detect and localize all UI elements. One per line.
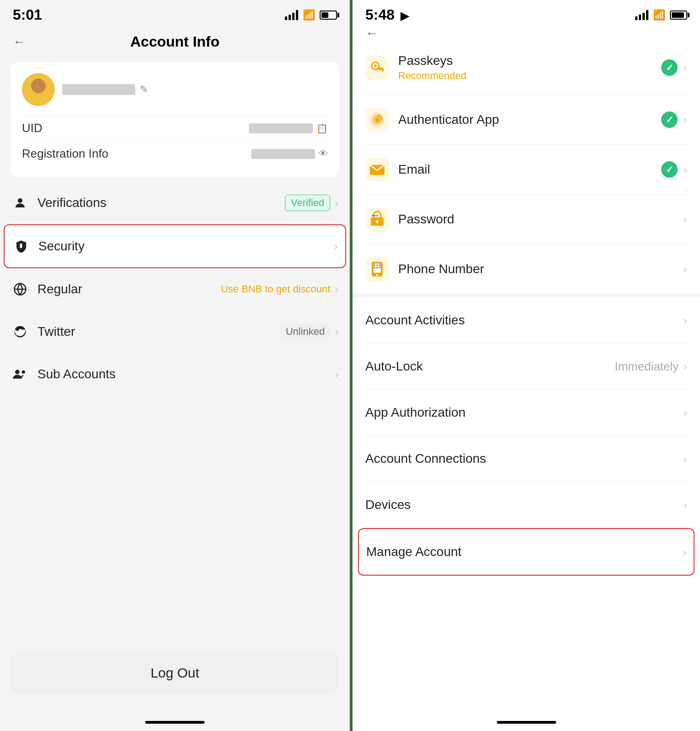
email-icon bbox=[365, 158, 389, 181]
passkeys-sub: Recommended bbox=[398, 70, 466, 82]
menu-item-auto-lock[interactable]: Auto-Lock Immediately › bbox=[365, 344, 687, 390]
check-icon: ✓ bbox=[661, 111, 678, 128]
menu-item-security[interactable]: Security › bbox=[4, 224, 346, 268]
chevron-icon: › bbox=[683, 113, 687, 127]
svg-rect-29 bbox=[376, 267, 378, 268]
phone-label: Phone Number bbox=[398, 262, 484, 276]
username-area: ✎ bbox=[62, 84, 328, 95]
chevron-icon: › bbox=[683, 61, 687, 75]
location-icon: ▶ bbox=[400, 10, 409, 22]
regular-label: Regular bbox=[37, 282, 82, 297]
manage-account-label: Manage Account bbox=[366, 545, 462, 559]
chevron-icon: › bbox=[683, 498, 687, 512]
edit-icon[interactable]: ✎ bbox=[140, 84, 148, 95]
username-placeholder bbox=[62, 84, 135, 95]
shield-icon bbox=[12, 237, 30, 255]
unlinked-badge: Unlinked bbox=[280, 324, 331, 339]
registration-label: Registration Info bbox=[22, 147, 108, 161]
password-label: Password bbox=[398, 212, 454, 227]
registration-row: Registration Info 👁 bbox=[22, 141, 328, 166]
right-status-bar: 5:48 ▶ 📶 bbox=[353, 0, 700, 26]
registration-value-area: 👁 bbox=[251, 148, 328, 159]
left-status-bar: 5:01 📶 bbox=[0, 0, 350, 26]
chevron-icon: › bbox=[335, 282, 339, 297]
chevron-icon: › bbox=[334, 239, 338, 254]
menu-item-app-authorization[interactable]: App Authorization › bbox=[365, 390, 687, 436]
right-menu-section: Account Activities › Auto-Lock Immediate… bbox=[353, 297, 700, 576]
chevron-icon: › bbox=[683, 406, 687, 420]
svg-rect-28 bbox=[374, 267, 375, 268]
profile-card: ✎ UID 📋 Registration Info 👁 bbox=[11, 62, 339, 177]
menu-item-devices[interactable]: Devices › bbox=[365, 482, 687, 528]
page-title: Account Info bbox=[130, 33, 220, 50]
menu-item-regular[interactable]: Regular Use BNB to get discount › bbox=[11, 268, 339, 311]
logout-button[interactable]: Log Out bbox=[11, 652, 339, 694]
app-authorization-label: App Authorization bbox=[365, 405, 466, 420]
security-label: Security bbox=[38, 239, 84, 254]
back-button[interactable]: ← bbox=[13, 35, 26, 49]
security-item-authenticator[interactable]: Authenticator App ✓ › bbox=[365, 95, 687, 145]
chevron-icon: › bbox=[335, 325, 339, 339]
chevron-icon: › bbox=[335, 196, 339, 210]
menu-item-twitter[interactable]: Twitter Unlinked › bbox=[11, 311, 339, 353]
svg-point-19 bbox=[372, 215, 374, 217]
check-icon: ✓ bbox=[661, 59, 678, 76]
security-item-phone[interactable]: Phone Number › bbox=[365, 244, 687, 294]
bnb-badge: Use BNB to get discount bbox=[221, 283, 331, 295]
separator bbox=[353, 294, 700, 297]
svg-point-2 bbox=[20, 244, 22, 246]
menu-item-verifications[interactable]: Verifications Verified › bbox=[11, 182, 339, 224]
account-connections-label: Account Connections bbox=[365, 451, 486, 466]
svg-point-6 bbox=[22, 371, 25, 374]
svg-rect-25 bbox=[374, 265, 375, 266]
svg-point-5 bbox=[15, 370, 20, 374]
signal-icon bbox=[285, 10, 298, 20]
devices-label: Devices bbox=[365, 498, 411, 512]
authenticator-label: Authenticator App bbox=[398, 112, 499, 127]
svg-point-8 bbox=[374, 64, 377, 67]
chevron-icon: › bbox=[683, 360, 687, 374]
copy-icon[interactable]: 📋 bbox=[316, 123, 328, 134]
menu-item-account-connections[interactable]: Account Connections › bbox=[365, 436, 687, 482]
auto-lock-value: Immediately bbox=[615, 360, 679, 374]
wifi-icon: 📶 bbox=[303, 9, 315, 21]
globe-icon bbox=[11, 280, 29, 298]
svg-point-14 bbox=[375, 118, 379, 122]
svg-rect-18 bbox=[377, 222, 378, 224]
security-item-password[interactable]: Password › bbox=[365, 195, 687, 244]
avatar bbox=[22, 73, 55, 106]
svg-point-0 bbox=[18, 198, 22, 203]
right-header: ← bbox=[353, 26, 700, 41]
security-item-passkeys[interactable]: Passkeys Recommended ✓ › bbox=[365, 41, 687, 95]
eye-icon[interactable]: 👁 bbox=[319, 148, 328, 159]
right-panel: 5:48 ▶ 📶 ← bbox=[350, 0, 700, 731]
svg-rect-10 bbox=[382, 69, 384, 71]
uid-label: UID bbox=[22, 121, 42, 135]
wifi-icon: 📶 bbox=[653, 9, 665, 21]
svg-rect-26 bbox=[376, 265, 378, 266]
menu-item-manage-account[interactable]: Manage Account › bbox=[358, 528, 695, 576]
twitter-label: Twitter bbox=[37, 324, 75, 339]
chevron-icon: › bbox=[335, 367, 339, 381]
verified-badge: Verified bbox=[285, 195, 330, 211]
passkeys-icon bbox=[365, 56, 389, 79]
person-icon bbox=[11, 194, 29, 212]
uid-value bbox=[249, 123, 313, 133]
menu-section: Verifications Verified › Security bbox=[0, 182, 350, 396]
svg-point-24 bbox=[376, 274, 378, 276]
battery-icon bbox=[670, 11, 687, 20]
email-label: Email bbox=[398, 162, 430, 177]
chevron-icon: › bbox=[683, 262, 687, 276]
auto-lock-label: Auto-Lock bbox=[365, 359, 423, 374]
menu-item-sub-accounts[interactable]: Sub Accounts › bbox=[11, 353, 339, 396]
menu-item-account-activities[interactable]: Account Activities › bbox=[365, 297, 687, 344]
twitter-icon bbox=[11, 323, 29, 341]
chevron-icon: › bbox=[683, 212, 687, 227]
phone-icon bbox=[365, 257, 389, 281]
back-button[interactable]: ← bbox=[365, 26, 378, 41]
verifications-label: Verifications bbox=[37, 196, 106, 210]
security-item-email[interactable]: Email ✓ › bbox=[365, 145, 687, 195]
chevron-icon: › bbox=[683, 313, 687, 328]
registration-value bbox=[251, 149, 315, 159]
authenticator-icon bbox=[365, 108, 389, 132]
